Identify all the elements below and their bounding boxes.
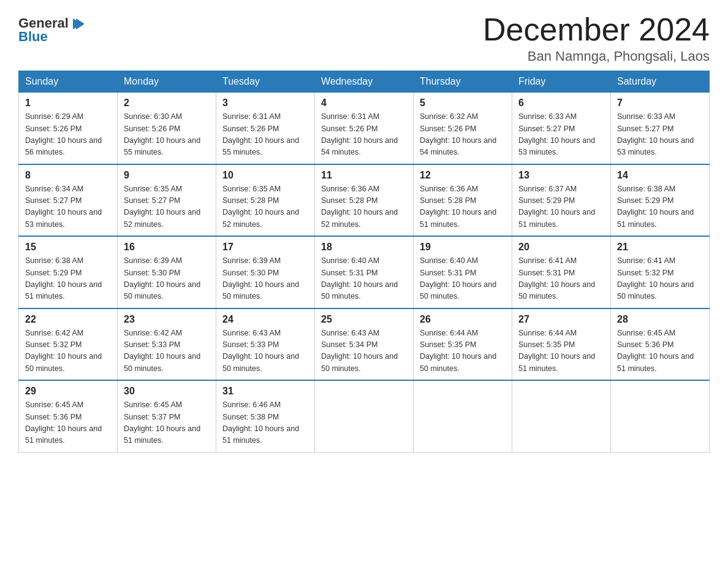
day-info: Sunrise: 6:36 AM Sunset: 5:28 PM Dayligh… — [321, 183, 407, 231]
calendar-header-thursday: Thursday — [414, 71, 512, 93]
logo: General Blue — [18, 15, 84, 45]
day-info: Sunrise: 6:41 AM Sunset: 5:32 PM Dayligh… — [617, 255, 703, 303]
calendar-week-row: 8 Sunrise: 6:34 AM Sunset: 5:27 PM Dayli… — [19, 164, 710, 237]
day-info: Sunrise: 6:43 AM Sunset: 5:33 PM Dayligh… — [222, 327, 308, 375]
day-info: Sunrise: 6:29 AM Sunset: 5:26 PM Dayligh… — [25, 111, 111, 159]
day-number: 3 — [222, 98, 308, 109]
calendar-day-cell: 9 Sunrise: 6:35 AM Sunset: 5:27 PM Dayli… — [118, 164, 216, 237]
calendar-week-row: 22 Sunrise: 6:42 AM Sunset: 5:32 PM Dayl… — [19, 308, 710, 381]
day-info: Sunrise: 6:38 AM Sunset: 5:29 PM Dayligh… — [25, 255, 111, 303]
calendar-day-cell: 10 Sunrise: 6:35 AM Sunset: 5:28 PM Dayl… — [216, 164, 315, 237]
day-info: Sunrise: 6:45 AM Sunset: 5:36 PM Dayligh… — [25, 399, 111, 447]
svg-marker-1 — [76, 18, 84, 29]
day-number: 25 — [321, 314, 407, 325]
calendar-table: SundayMondayTuesdayWednesdayThursdayFrid… — [18, 71, 710, 453]
calendar-header-friday: Friday — [512, 71, 611, 93]
day-number: 31 — [222, 386, 308, 397]
day-info: Sunrise: 6:36 AM Sunset: 5:28 PM Dayligh… — [420, 183, 506, 231]
day-info: Sunrise: 6:42 AM Sunset: 5:33 PM Dayligh… — [124, 327, 210, 375]
calendar-day-cell: 13 Sunrise: 6:37 AM Sunset: 5:29 PM Dayl… — [512, 164, 611, 237]
day-number: 6 — [518, 98, 604, 109]
calendar-day-cell: 31 Sunrise: 6:46 AM Sunset: 5:38 PM Dayl… — [216, 380, 315, 452]
calendar-day-cell: 26 Sunrise: 6:44 AM Sunset: 5:35 PM Dayl… — [414, 308, 512, 381]
day-info: Sunrise: 6:33 AM Sunset: 5:27 PM Dayligh… — [518, 111, 604, 159]
day-number: 14 — [617, 170, 703, 181]
calendar-day-cell: 1 Sunrise: 6:29 AM Sunset: 5:26 PM Dayli… — [19, 93, 118, 164]
day-number: 30 — [124, 386, 210, 397]
calendar-day-cell: 6 Sunrise: 6:33 AM Sunset: 5:27 PM Dayli… — [512, 93, 611, 164]
calendar-week-row: 1 Sunrise: 6:29 AM Sunset: 5:26 PM Dayli… — [19, 93, 710, 164]
calendar-day-cell: 8 Sunrise: 6:34 AM Sunset: 5:27 PM Dayli… — [19, 164, 118, 237]
calendar-day-cell: 7 Sunrise: 6:33 AM Sunset: 5:27 PM Dayli… — [611, 93, 710, 164]
day-info: Sunrise: 6:39 AM Sunset: 5:30 PM Dayligh… — [222, 255, 308, 303]
day-number: 22 — [25, 314, 111, 325]
day-number: 13 — [518, 170, 604, 181]
day-info: Sunrise: 6:46 AM Sunset: 5:38 PM Dayligh… — [222, 399, 308, 447]
calendar-day-cell — [512, 380, 611, 452]
calendar-day-cell: 12 Sunrise: 6:36 AM Sunset: 5:28 PM Dayl… — [414, 164, 512, 237]
calendar-day-cell: 22 Sunrise: 6:42 AM Sunset: 5:32 PM Dayl… — [19, 308, 118, 381]
day-info: Sunrise: 6:38 AM Sunset: 5:29 PM Dayligh… — [617, 183, 703, 231]
calendar-day-cell: 15 Sunrise: 6:38 AM Sunset: 5:29 PM Dayl… — [19, 236, 118, 308]
calendar-day-cell: 4 Sunrise: 6:31 AM Sunset: 5:26 PM Dayli… — [315, 93, 414, 164]
day-info: Sunrise: 6:35 AM Sunset: 5:27 PM Dayligh… — [124, 183, 210, 231]
calendar-day-cell: 18 Sunrise: 6:40 AM Sunset: 5:31 PM Dayl… — [315, 236, 414, 308]
calendar-day-cell: 11 Sunrise: 6:36 AM Sunset: 5:28 PM Dayl… — [315, 164, 414, 237]
calendar-day-cell: 17 Sunrise: 6:39 AM Sunset: 5:30 PM Dayl… — [216, 236, 315, 308]
calendar-day-cell: 16 Sunrise: 6:39 AM Sunset: 5:30 PM Dayl… — [118, 236, 216, 308]
calendar-day-cell — [315, 380, 414, 452]
calendar-day-cell: 3 Sunrise: 6:31 AM Sunset: 5:26 PM Dayli… — [216, 93, 315, 164]
calendar-header-saturday: Saturday — [611, 71, 710, 93]
day-info: Sunrise: 6:40 AM Sunset: 5:31 PM Dayligh… — [420, 255, 506, 303]
day-number: 9 — [124, 170, 210, 181]
day-info: Sunrise: 6:40 AM Sunset: 5:31 PM Dayligh… — [321, 255, 407, 303]
day-number: 4 — [321, 98, 407, 109]
calendar-day-cell: 24 Sunrise: 6:43 AM Sunset: 5:33 PM Dayl… — [216, 308, 315, 381]
day-number: 24 — [222, 314, 308, 325]
calendar-day-cell — [414, 380, 512, 452]
day-info: Sunrise: 6:44 AM Sunset: 5:35 PM Dayligh… — [420, 327, 506, 375]
day-info: Sunrise: 6:34 AM Sunset: 5:27 PM Dayligh… — [25, 183, 111, 231]
day-number: 11 — [321, 170, 407, 181]
location-title: Ban Namnga, Phongsali, Laos — [483, 48, 710, 64]
calendar-day-cell: 28 Sunrise: 6:45 AM Sunset: 5:36 PM Dayl… — [611, 308, 710, 381]
calendar-week-row: 29 Sunrise: 6:45 AM Sunset: 5:36 PM Dayl… — [19, 380, 710, 452]
calendar-day-cell: 14 Sunrise: 6:38 AM Sunset: 5:29 PM Dayl… — [611, 164, 710, 237]
day-info: Sunrise: 6:41 AM Sunset: 5:31 PM Dayligh… — [518, 255, 604, 303]
day-info: Sunrise: 6:30 AM Sunset: 5:26 PM Dayligh… — [124, 111, 210, 159]
title-section: December 2024 Ban Namnga, Phongsali, Lao… — [483, 12, 710, 64]
calendar-header-monday: Monday — [118, 71, 216, 93]
logo-blue-text: Blue — [18, 29, 84, 45]
day-number: 8 — [25, 170, 111, 181]
calendar-day-cell: 5 Sunrise: 6:32 AM Sunset: 5:26 PM Dayli… — [414, 93, 512, 164]
day-number: 26 — [420, 314, 506, 325]
calendar-day-cell: 27 Sunrise: 6:44 AM Sunset: 5:35 PM Dayl… — [512, 308, 611, 381]
day-info: Sunrise: 6:43 AM Sunset: 5:34 PM Dayligh… — [321, 327, 407, 375]
calendar-header-tuesday: Tuesday — [216, 71, 315, 93]
page-header: General Blue December 2024 Ban Namnga, P… — [18, 12, 710, 64]
day-number: 20 — [518, 242, 604, 253]
day-info: Sunrise: 6:45 AM Sunset: 5:36 PM Dayligh… — [617, 327, 703, 375]
day-number: 12 — [420, 170, 506, 181]
calendar-header-wednesday: Wednesday — [315, 71, 414, 93]
calendar-day-cell: 19 Sunrise: 6:40 AM Sunset: 5:31 PM Dayl… — [414, 236, 512, 308]
day-number: 7 — [617, 98, 703, 109]
calendar-day-cell: 25 Sunrise: 6:43 AM Sunset: 5:34 PM Dayl… — [315, 308, 414, 381]
day-info: Sunrise: 6:32 AM Sunset: 5:26 PM Dayligh… — [420, 111, 506, 159]
day-info: Sunrise: 6:44 AM Sunset: 5:35 PM Dayligh… — [518, 327, 604, 375]
day-info: Sunrise: 6:45 AM Sunset: 5:37 PM Dayligh… — [124, 399, 210, 447]
day-number: 21 — [617, 242, 703, 253]
day-number: 29 — [25, 386, 111, 397]
calendar-week-row: 15 Sunrise: 6:38 AM Sunset: 5:29 PM Dayl… — [19, 236, 710, 308]
day-number: 2 — [124, 98, 210, 109]
day-info: Sunrise: 6:33 AM Sunset: 5:27 PM Dayligh… — [617, 111, 703, 159]
day-info: Sunrise: 6:39 AM Sunset: 5:30 PM Dayligh… — [124, 255, 210, 303]
day-number: 18 — [321, 242, 407, 253]
calendar-day-cell: 21 Sunrise: 6:41 AM Sunset: 5:32 PM Dayl… — [611, 236, 710, 308]
day-info: Sunrise: 6:42 AM Sunset: 5:32 PM Dayligh… — [25, 327, 111, 375]
day-number: 15 — [25, 242, 111, 253]
calendar-header-sunday: Sunday — [19, 71, 118, 93]
day-info: Sunrise: 6:31 AM Sunset: 5:26 PM Dayligh… — [321, 111, 407, 159]
day-info: Sunrise: 6:35 AM Sunset: 5:28 PM Dayligh… — [222, 183, 308, 231]
day-info: Sunrise: 6:37 AM Sunset: 5:29 PM Dayligh… — [518, 183, 604, 231]
